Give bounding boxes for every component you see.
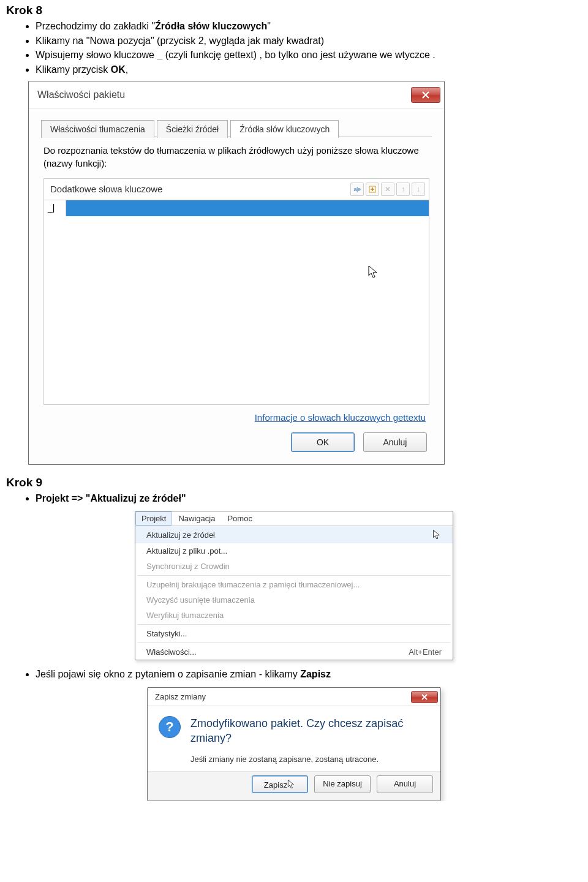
text-bold: Zapisz (300, 669, 331, 679)
menu-separator (138, 624, 450, 625)
close-button[interactable] (411, 691, 438, 703)
menu-item-label: Właściwości... (146, 647, 197, 657)
menu-item-label: Wyczyść usunięte tłumaczenia (146, 595, 255, 605)
button-label: Zapisz (264, 780, 287, 790)
move-up-button[interactable]: ↑ (396, 183, 410, 196)
menu-item-label: Weryfikuj tłumaczenia (146, 611, 224, 620)
menubar-nawigacja[interactable]: Nawigacja (172, 511, 221, 526)
properties-dialog: Właściwości pakietu Właściwości tłumacze… (28, 81, 445, 465)
menu-item-label: Aktualizuj ze źródeł (146, 530, 215, 540)
step8-bullet: Klikamy na "Nowa pozycja" (przycisk 2, w… (36, 34, 582, 48)
cursor-icon (429, 529, 442, 540)
menu-item-label: Synchronizuj z Crowdin (146, 562, 230, 571)
close-icon (420, 693, 429, 701)
close-icon (421, 91, 430, 99)
tab-translation-properties[interactable]: Właściwości tłumaczenia (41, 120, 154, 138)
menu-item-label: Aktualizuj z pliku .pot... (146, 546, 227, 556)
cursor-icon (287, 780, 296, 790)
keywords-panel: Dodatkowe słowa kluczowe a|e ✕ (43, 178, 429, 405)
step9-heading: Krok 9 (6, 476, 582, 489)
new-item-button[interactable] (366, 183, 379, 196)
tab-keyword-sources[interactable]: Źródła słów kluczowych (230, 120, 339, 138)
question-icon: ? (159, 716, 181, 738)
menu-item-label: Statystyki... (146, 629, 187, 638)
menu-item-update-from-sources[interactable]: Aktualizuj ze źródeł (135, 526, 453, 543)
menubar-projekt[interactable]: Projekt (135, 511, 172, 526)
dialog-title: Właściwości pakietu (37, 89, 125, 100)
menu-item-clear-deleted[interactable]: Wyczyść usunięte tłumaczenia (135, 592, 453, 608)
selected-row[interactable] (66, 200, 429, 216)
menu-item-fill-tm[interactable]: Uzupełnij brakujące tłumaczenia z pamięc… (135, 577, 453, 592)
menu-item-verify[interactable]: Weryfikuj tłumaczenia (135, 608, 453, 623)
dialog-subtext: Jeśli zmiany nie zostaną zapisane, zosta… (148, 752, 440, 771)
cancel-button[interactable]: Anuluj (377, 775, 433, 793)
menu-item-statistics[interactable]: Statystyki... (135, 626, 453, 641)
menu-separator (138, 643, 450, 643)
menu-separator (138, 575, 450, 576)
dialog-title: Zapisz zmiany (155, 692, 206, 701)
panel-title: Dodatkowe słowa kluczowe (50, 184, 162, 194)
cancel-button[interactable]: Anuluj (363, 432, 427, 452)
tab-source-paths[interactable]: Ścieżki źródeł (157, 120, 228, 138)
gettext-keywords-link[interactable]: Informacje o słowach kluczowych gettextu (255, 412, 426, 423)
menu-item-properties[interactable]: Właściwości... Alt+Enter (135, 644, 453, 660)
step8-bullet: Klikamy przycisk OK, (36, 63, 582, 77)
save-button[interactable]: Zapisz (252, 775, 308, 793)
menu-shortcut: Alt+Enter (409, 647, 442, 657)
step9-bullet: Jeśli pojawi się okno z pytaniem o zapis… (36, 668, 582, 681)
step8-bullet: Przechodzimy do zakładki "Źródła słów kl… (36, 20, 582, 33)
project-menu-screenshot: Projekt Nawigacja Pomoc Aktualizuj ze źr… (135, 511, 453, 660)
delete-tool-button[interactable]: ✕ (381, 183, 394, 196)
dialog-message: Zmodyfikowano pakiet. Czy chcesz zapisać… (190, 716, 429, 746)
cursor-icon (368, 265, 380, 281)
quoted-tab-name: Źródła słów kluczowych (155, 21, 267, 31)
ok-button[interactable]: OK (291, 432, 355, 452)
tab-description: Do rozpoznania tekstów do tłumaczenia w … (43, 145, 429, 170)
move-down-button[interactable]: ↓ (412, 183, 425, 196)
step9-bullet: Projekt => "Aktualizuj ze źródeł" (36, 492, 582, 505)
keyword-input[interactable]: _| (44, 200, 66, 216)
save-changes-dialog: Zapisz zmiany ? Zmodyfikowano pakiet. Cz… (147, 687, 441, 801)
menu-item-label: Uzupełnij brakujące tłumaczenia z pamięc… (146, 580, 360, 589)
menu-item-update-from-pot[interactable]: Aktualizuj z pliku .pot... (135, 543, 453, 559)
step8-bullet: Wpisujemy słowo kluczowe _ (czyli funkcj… (36, 48, 582, 62)
edit-tool-button[interactable]: a|e (350, 183, 364, 196)
menu-item-sync-crowdin[interactable]: Synchronizuj z Crowdin (135, 559, 453, 574)
new-item-icon (368, 185, 377, 194)
step8-heading: Krok 8 (6, 4, 582, 17)
text: Jeśli pojawi się okno z pytaniem o zapis… (36, 669, 300, 679)
close-button[interactable] (411, 87, 440, 103)
dont-save-button[interactable]: Nie zapisuj (314, 775, 371, 793)
menubar-pomoc[interactable]: Pomoc (221, 511, 258, 526)
